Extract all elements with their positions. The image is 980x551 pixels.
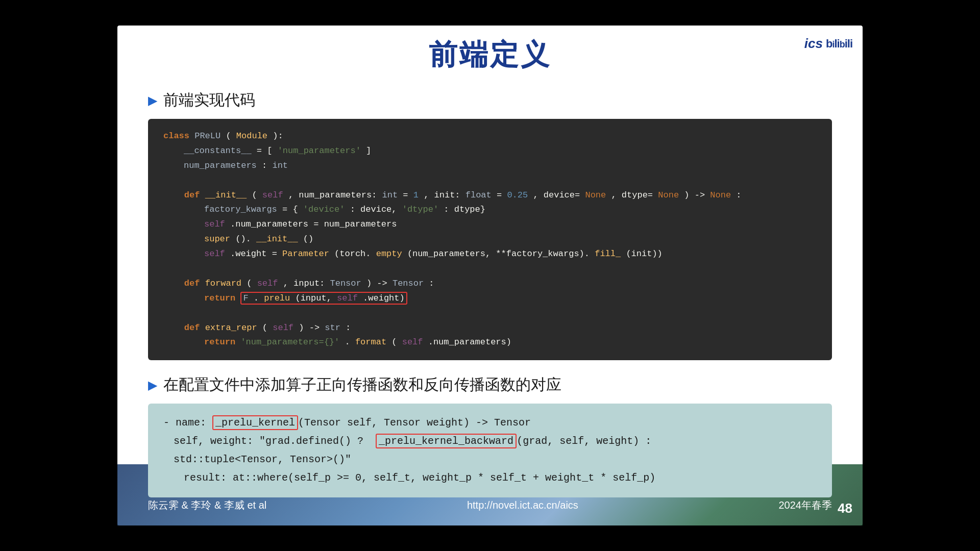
code-block: class PReLU ( Module ): __constants__ = … — [148, 119, 832, 360]
code-line-1: class PReLU ( Module ): — [163, 129, 817, 144]
footer-url: http://novel.ict.ac.cn/aics — [467, 499, 578, 511]
code-line-12: return F . prelu (input, self .weight) — [163, 291, 817, 306]
code-line-8: super (). __init__ () — [163, 232, 817, 247]
code-line-3: num_parameters : int — [163, 159, 817, 173]
slide-content: 前端定义 前端实现代码 class PReLU ( Module ): __co… — [117, 26, 863, 485]
info-line-2: self, weight: "grad.defined() ? _prelu_k… — [163, 432, 817, 450]
code-line-7: self .num_parameters = num_parameters — [163, 217, 817, 232]
section2-heading: 在配置文件中添加算子正向传播函数和反向传播函数的对应 — [148, 374, 832, 395]
code-line-14: def extra_repr ( self ) -> str : — [163, 321, 817, 336]
code-line-9: self .weight = Parameter (torch. empty (… — [163, 247, 817, 262]
code-line-11: def forward ( self , input: Tensor ) -> … — [163, 277, 817, 291]
highlighted-fprelu: F . prelu (input, self .weight) — [240, 292, 407, 305]
prelu-kernel-highlight: _prelu_kernel — [212, 415, 298, 430]
code-line-6: factory_kwargs = { 'device' : device, 'd… — [163, 203, 817, 217]
footer-authors: 陈云霁 & 李玲 & 李威 et al — [148, 498, 266, 512]
page-title: 前端定义 — [148, 36, 832, 74]
code-line-2: __constants__ = [ 'num_parameters' ] — [163, 144, 817, 159]
section1-heading: 前端实现代码 — [148, 90, 832, 111]
footer-date: 2024年春季 — [779, 498, 832, 512]
code-line-15: return 'num_parameters={}' . format ( se… — [163, 335, 817, 350]
info-line-1: - name: _prelu_kernel(Tensor self, Tenso… — [163, 414, 817, 432]
info-line-3: std::tuple<Tensor, Tensor>()" — [163, 450, 817, 469]
prelu-kernel-backward-highlight: _prelu_kernel_backward — [376, 434, 517, 448]
code-line-5: def __init__ ( self , num_parameters: in… — [163, 188, 817, 203]
info-box: - name: _prelu_kernel(Tensor self, Tenso… — [148, 404, 832, 497]
footer: 陈云霁 & 李玲 & 李威 et al http://novel.ict.ac.… — [117, 485, 863, 525]
slide-container: ics bilibili 前端定义 前端实现代码 class PReLU ( M… — [117, 26, 863, 525]
